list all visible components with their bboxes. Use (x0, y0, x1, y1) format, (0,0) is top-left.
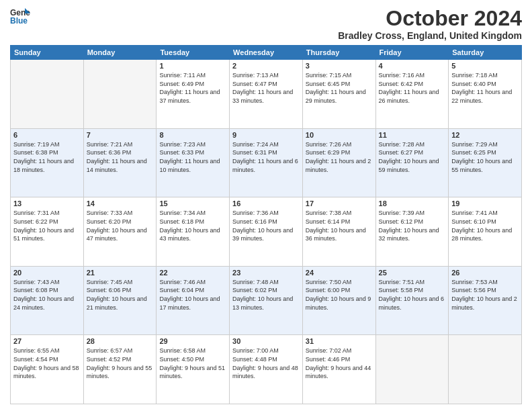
table-row: 27Sunrise: 6:55 AMSunset: 4:54 PMDayligh… (11, 335, 84, 404)
day-info: Sunrise: 7:13 AMSunset: 6:47 PMDaylight:… (232, 71, 300, 105)
day-info: Sunrise: 7:43 AMSunset: 6:08 PMDaylight:… (13, 278, 81, 312)
day-number: 17 (306, 199, 373, 208)
table-row: 4Sunrise: 7:16 AMSunset: 6:42 PMDaylight… (375, 60, 449, 129)
table-row: 14Sunrise: 7:33 AMSunset: 6:20 PMDayligh… (83, 197, 157, 267)
table-row: 19Sunrise: 7:41 AMSunset: 6:10 PMDayligh… (449, 197, 522, 267)
day-number: 4 (379, 62, 446, 70)
table-row (11, 60, 84, 129)
day-info: Sunrise: 7:53 AMSunset: 5:56 PMDaylight:… (451, 278, 519, 312)
day-info: Sunrise: 7:19 AMSunset: 6:38 PMDaylight:… (13, 140, 81, 174)
table-row (449, 335, 522, 404)
day-info: Sunrise: 7:15 AMSunset: 6:45 PMDaylight:… (306, 71, 373, 105)
table-row: 2Sunrise: 7:13 AMSunset: 6:47 PMDaylight… (230, 60, 303, 129)
col-tuesday: Tuesday (157, 46, 230, 60)
calendar-header-row: Sunday Monday Tuesday Wednesday Thursday… (11, 46, 522, 60)
day-number: 30 (232, 337, 300, 345)
day-info: Sunrise: 7:02 AMSunset: 4:46 PMDaylight:… (306, 347, 373, 380)
day-info: Sunrise: 7:38 AMSunset: 6:14 PMDaylight:… (306, 209, 373, 242)
table-row: 15Sunrise: 7:34 AMSunset: 6:18 PMDayligh… (157, 197, 230, 267)
svg-text:Blue: Blue (10, 16, 28, 26)
table-row: 11Sunrise: 7:28 AMSunset: 6:27 PMDayligh… (375, 128, 449, 197)
month-title: October 2024 (338, 7, 522, 30)
day-info: Sunrise: 7:21 AMSunset: 6:36 PMDaylight:… (87, 140, 154, 174)
day-info: Sunrise: 7:46 AMSunset: 6:04 PMDaylight:… (159, 278, 226, 312)
day-number: 31 (306, 337, 373, 345)
day-number: 1 (159, 62, 226, 70)
day-info: Sunrise: 7:11 AMSunset: 6:49 PMDaylight:… (159, 71, 226, 105)
day-info: Sunrise: 7:39 AMSunset: 6:12 PMDaylight:… (379, 209, 446, 242)
table-row: 12Sunrise: 7:29 AMSunset: 6:25 PMDayligh… (449, 128, 522, 197)
day-number: 6 (13, 131, 81, 139)
col-friday: Friday (375, 46, 449, 60)
day-number: 29 (159, 337, 226, 345)
day-number: 20 (13, 269, 81, 277)
day-number: 3 (306, 62, 373, 70)
table-row: 10Sunrise: 7:26 AMSunset: 6:29 PMDayligh… (302, 128, 375, 197)
day-number: 9 (232, 131, 300, 139)
day-info: Sunrise: 6:58 AMSunset: 4:50 PMDaylight:… (159, 347, 226, 380)
day-info: Sunrise: 7:41 AMSunset: 6:10 PMDaylight:… (451, 209, 519, 242)
day-number: 11 (379, 131, 446, 139)
day-number: 21 (87, 269, 154, 277)
day-number: 2 (232, 62, 300, 70)
day-info: Sunrise: 7:45 AMSunset: 6:06 PMDaylight:… (87, 278, 154, 312)
table-row: 30Sunrise: 7:00 AMSunset: 4:48 PMDayligh… (230, 335, 303, 404)
calendar-week-row: 27Sunrise: 6:55 AMSunset: 4:54 PMDayligh… (11, 335, 522, 404)
table-row (375, 335, 449, 404)
table-row: 28Sunrise: 6:57 AMSunset: 4:52 PMDayligh… (83, 335, 157, 404)
table-row: 25Sunrise: 7:51 AMSunset: 5:58 PMDayligh… (375, 266, 449, 335)
day-info: Sunrise: 7:29 AMSunset: 6:25 PMDaylight:… (451, 140, 519, 174)
calendar-week-row: 1Sunrise: 7:11 AMSunset: 6:49 PMDaylight… (11, 60, 522, 129)
day-number: 10 (306, 131, 373, 139)
day-info: Sunrise: 7:18 AMSunset: 6:40 PMDaylight:… (451, 71, 519, 105)
table-row: 18Sunrise: 7:39 AMSunset: 6:12 PMDayligh… (375, 197, 449, 267)
day-info: Sunrise: 7:24 AMSunset: 6:31 PMDaylight:… (232, 140, 300, 174)
col-saturday: Saturday (449, 46, 522, 60)
day-info: Sunrise: 6:55 AMSunset: 4:54 PMDaylight:… (13, 347, 81, 380)
col-wednesday: Wednesday (230, 46, 303, 60)
day-info: Sunrise: 7:36 AMSunset: 6:16 PMDaylight:… (232, 209, 300, 242)
day-info: Sunrise: 7:16 AMSunset: 6:42 PMDaylight:… (379, 71, 446, 105)
logo-icon: General Blue (10, 7, 30, 26)
table-row: 17Sunrise: 7:38 AMSunset: 6:14 PMDayligh… (302, 197, 375, 267)
day-info: Sunrise: 7:31 AMSunset: 6:22 PMDaylight:… (13, 209, 81, 242)
table-row: 29Sunrise: 6:58 AMSunset: 4:50 PMDayligh… (157, 335, 230, 404)
title-block: October 2024 Bradley Cross, England, Uni… (338, 7, 522, 41)
day-number: 25 (379, 269, 446, 277)
col-thursday: Thursday (302, 46, 375, 60)
day-info: Sunrise: 7:26 AMSunset: 6:29 PMDaylight:… (306, 140, 373, 174)
col-monday: Monday (83, 46, 157, 60)
calendar-week-row: 13Sunrise: 7:31 AMSunset: 6:22 PMDayligh… (11, 197, 522, 267)
table-row: 8Sunrise: 7:23 AMSunset: 6:33 PMDaylight… (157, 128, 230, 197)
day-number: 27 (13, 337, 81, 345)
calendar: Sunday Monday Tuesday Wednesday Thursday… (10, 45, 522, 404)
day-number: 8 (159, 131, 226, 139)
table-row: 16Sunrise: 7:36 AMSunset: 6:16 PMDayligh… (230, 197, 303, 267)
day-number: 26 (451, 269, 519, 277)
day-number: 7 (87, 131, 154, 139)
table-row: 20Sunrise: 7:43 AMSunset: 6:08 PMDayligh… (11, 266, 84, 335)
calendar-week-row: 6Sunrise: 7:19 AMSunset: 6:38 PMDaylight… (11, 128, 522, 197)
day-number: 14 (87, 199, 154, 208)
table-row: 23Sunrise: 7:48 AMSunset: 6:02 PMDayligh… (230, 266, 303, 335)
day-info: Sunrise: 7:50 AMSunset: 6:00 PMDaylight:… (306, 278, 373, 312)
day-info: Sunrise: 7:51 AMSunset: 5:58 PMDaylight:… (379, 278, 446, 312)
day-info: Sunrise: 7:34 AMSunset: 6:18 PMDaylight:… (159, 209, 226, 242)
day-info: Sunrise: 6:57 AMSunset: 4:52 PMDaylight:… (87, 347, 154, 380)
day-number: 23 (232, 269, 300, 277)
day-number: 15 (159, 199, 226, 208)
page: General Blue General Blue October 2024 B… (0, 0, 532, 411)
day-number: 28 (87, 337, 154, 345)
header: General Blue General Blue October 2024 B… (10, 7, 522, 41)
table-row: 31Sunrise: 7:02 AMSunset: 4:46 PMDayligh… (302, 335, 375, 404)
table-row (83, 60, 157, 129)
day-number: 19 (451, 199, 519, 208)
table-row: 3Sunrise: 7:15 AMSunset: 6:45 PMDaylight… (302, 60, 375, 129)
day-info: Sunrise: 7:33 AMSunset: 6:20 PMDaylight:… (87, 209, 154, 242)
day-info: Sunrise: 7:00 AMSunset: 4:48 PMDaylight:… (232, 347, 300, 380)
calendar-week-row: 20Sunrise: 7:43 AMSunset: 6:08 PMDayligh… (11, 266, 522, 335)
day-info: Sunrise: 7:23 AMSunset: 6:33 PMDaylight:… (159, 140, 226, 174)
day-number: 12 (451, 131, 519, 139)
table-row: 6Sunrise: 7:19 AMSunset: 6:38 PMDaylight… (11, 128, 84, 197)
table-row: 5Sunrise: 7:18 AMSunset: 6:40 PMDaylight… (449, 60, 522, 129)
